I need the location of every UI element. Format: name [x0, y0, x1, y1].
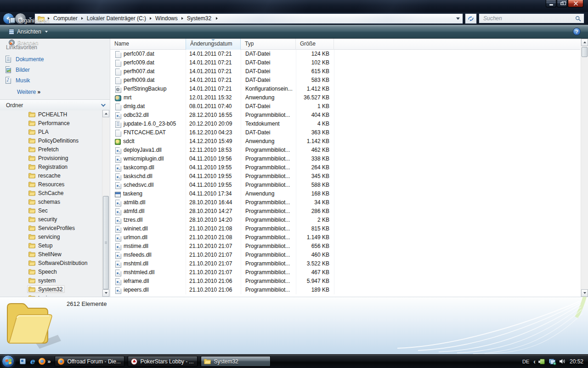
file-row[interactable]: dmlg.dat 08.01.2011 07:40 DAT-Datei 1 KB: [110, 102, 580, 111]
file-row[interactable]: taskschd.dll 04.11.2010 19:55 Programmbi…: [110, 172, 580, 181]
network-icon[interactable]: [549, 359, 555, 364]
file-row[interactable]: iepeers.dll 21.10.2010 21:06 Programmbib…: [110, 286, 580, 294]
file-row[interactable]: perfc007.dat 14.01.2011 07:21 DAT-Datei …: [110, 50, 580, 58]
tree-item[interactable]: ShellNew: [0, 250, 110, 259]
file-row[interactable]: perfc009.dat 14.01.2011 07:21 DAT-Datei …: [110, 58, 580, 67]
breadcrumb-item[interactable]: Lokaler Datenträger (C:): [85, 14, 147, 23]
quick-launch-overflow-icon[interactable]: »: [47, 358, 50, 365]
file-row[interactable]: sdclt 14.12.2010 15:49 Anwendung 1.142 K…: [110, 137, 580, 146]
scroll-down-icon[interactable]: [581, 289, 588, 297]
favorite-link[interactable]: Dokumente: [0, 54, 110, 64]
minimize-button[interactable]: [546, 0, 556, 7]
chevron-right-icon: »: [37, 89, 40, 95]
tree-item[interactable]: security: [0, 215, 110, 224]
tree-item[interactable]: PLA: [0, 127, 110, 136]
file-row[interactable]: urlmon.dll 21.10.2010 21:08 Programmbibl…: [110, 233, 580, 242]
volume-icon[interactable]: [560, 359, 565, 364]
tree-item[interactable]: SchCache: [0, 189, 110, 197]
file-row[interactable]: odbc32.dll 28.12.2010 16:55 Programmbibl…: [110, 111, 580, 120]
favorite-link[interactable]: Bilder: [0, 64, 110, 75]
tree-item[interactable]: schemas: [0, 197, 110, 206]
scroll-up-icon[interactable]: [102, 110, 109, 117]
tree-scrollbar[interactable]: [102, 110, 109, 297]
file-row[interactable]: mshtmled.dll 21.10.2010 21:07 Programmbi…: [110, 268, 580, 277]
file-row[interactable]: schedsvc.dll 04.11.2010 19:55 Programmbi…: [110, 181, 580, 190]
firefox-icon[interactable]: [39, 358, 45, 365]
address-bar[interactable]: Computer Lokaler Datenträger (C:) Window…: [34, 13, 463, 24]
file-row[interactable]: tzres.dll 28.10.2010 14:20 Programmbibli…: [110, 216, 580, 224]
taskbar-task-button[interactable]: Offroad Forum - Die...: [55, 356, 124, 367]
start-button[interactable]: [2, 355, 14, 368]
toolbar-button[interactable]: Ansichten: [5, 26, 60, 37]
file-date: 08.01.2011 07:40: [186, 102, 241, 111]
tree-item[interactable]: rescache: [0, 171, 110, 180]
help-icon[interactable]: ?: [573, 28, 581, 35]
taskbar-task-button[interactable]: PokerStars Lobby - ...: [128, 356, 198, 367]
file-row[interactable]: PerfStringBackup 14.01.2011 07:21 Konfig…: [110, 85, 580, 93]
tree-item[interactable]: Provisioning: [0, 154, 110, 162]
search-input[interactable]: Suchen: [479, 13, 584, 23]
tree-item[interactable]: PCHEALTH: [0, 110, 110, 119]
file-row[interactable]: taskcomp.dll 04.11.2010 19:55 Programmbi…: [110, 163, 580, 172]
tree-item[interactable]: Resources: [0, 180, 110, 189]
tree-item[interactable]: Prefetch: [0, 145, 110, 154]
column-header[interactable]: Änderungsdatum: [186, 39, 241, 50]
tree-item[interactable]: servicing: [0, 232, 110, 241]
favorites-more-link[interactable]: Weitere »: [0, 86, 110, 99]
file-type: Anwendung: [241, 137, 296, 146]
scroll-up-icon[interactable]: [581, 39, 588, 46]
power-icon[interactable]: [540, 359, 545, 364]
tree-item[interactable]: Performance: [0, 119, 110, 127]
column-header[interactable]: Größe: [296, 39, 334, 50]
tree-item[interactable]: system: [0, 276, 110, 285]
tree-item[interactable]: SoftwareDistribution: [0, 259, 110, 267]
file-row[interactable]: mshtml.dll 21.10.2010 21:07 Programmbibl…: [110, 259, 580, 268]
file-row[interactable]: deployJava1.dll 12.11.2010 18:53 Program…: [110, 146, 580, 155]
file-row[interactable]: jupdate-1.6.0_23-b05 20.12.2010 20:09 Te…: [110, 120, 580, 128]
breadcrumb-separator-icon[interactable]: [216, 17, 218, 20]
favorite-link[interactable]: Musik: [0, 75, 110, 86]
scroll-down-icon[interactable]: [102, 289, 109, 297]
file-row[interactable]: atmfd.dll 28.10.2010 14:27 Programmbibli…: [110, 207, 580, 216]
toolbar-button[interactable]: Brennen: [5, 37, 60, 48]
tray-expand-icon[interactable]: ‹: [533, 358, 536, 365]
list-scrollbar[interactable]: [581, 39, 588, 297]
taskbar-task-button[interactable]: System32: [201, 356, 271, 367]
search-icon[interactable]: [575, 16, 581, 22]
restore-button[interactable]: [557, 0, 567, 7]
tree-item[interactable]: Registration: [0, 162, 110, 171]
clock[interactable]: 20:52: [570, 358, 583, 365]
breadcrumb-item[interactable]: System32: [186, 14, 213, 23]
refresh-button[interactable]: [465, 13, 477, 24]
file-row[interactable]: FNTCACHE.DAT 16.12.2010 04:23 DAT-Datei …: [110, 128, 580, 137]
tree-item[interactable]: tapi: [0, 293, 110, 297]
address-dropdown-icon[interactable]: [456, 17, 460, 20]
breadcrumb-item[interactable]: Windows: [154, 14, 179, 23]
column-header[interactable]: Name: [110, 39, 186, 50]
column-header[interactable]: Typ: [241, 39, 296, 50]
file-row[interactable]: wmicmiplugin.dll 04.11.2010 19:56 Progra…: [110, 155, 580, 163]
file-row[interactable]: mrt 12.01.2011 15:32 Anwendung 36.527 KB: [110, 93, 580, 102]
internet-explorer-icon[interactable]: e: [30, 358, 34, 365]
file-row[interactable]: perfh009.dat 14.01.2011 07:21 DAT-Datei …: [110, 76, 580, 85]
file-row[interactable]: msfeeds.dll 21.10.2010 21:07 Programmbib…: [110, 251, 580, 259]
file-row[interactable]: mstime.dll 21.10.2010 21:07 Programmbibl…: [110, 242, 580, 251]
file-row[interactable]: wininet.dll 21.10.2010 21:08 Programmbib…: [110, 224, 580, 233]
list-scrollbar-thumb[interactable]: [582, 47, 588, 57]
toolbar-button[interactable]: Organisieren: [5, 15, 60, 26]
file-row[interactable]: ieframe.dll 21.10.2010 21:06 Programmbib…: [110, 277, 580, 286]
close-button[interactable]: [568, 0, 583, 7]
tree-item[interactable]: System32: [0, 285, 110, 293]
file-row[interactable]: taskeng 04.11.2010 17:34 Anwendung 168 K…: [110, 190, 580, 198]
file-row[interactable]: atmlib.dll 28.10.2010 16:44 Programmbibl…: [110, 198, 580, 207]
tree-item[interactable]: Setup: [0, 241, 110, 250]
tree-item[interactable]: Sec: [0, 206, 110, 215]
tree-scrollbar-thumb[interactable]: [103, 196, 109, 289]
tree-item[interactable]: PolicyDefinitions: [0, 136, 110, 145]
show-desktop-icon[interactable]: [20, 358, 26, 364]
tree-item[interactable]: ServiceProfiles: [0, 224, 110, 232]
window-titlebar[interactable]: [0, 0, 588, 12]
language-indicator[interactable]: DE: [522, 359, 529, 364]
tree-item[interactable]: Speech: [0, 267, 110, 276]
file-row[interactable]: perfh007.dat 14.01.2011 07:21 DAT-Datei …: [110, 67, 580, 76]
